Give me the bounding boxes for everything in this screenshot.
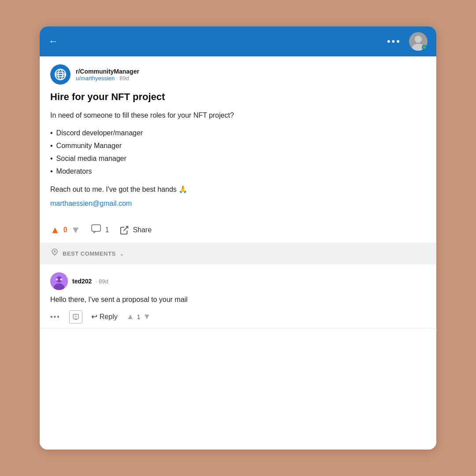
comment-more-options[interactable]: ••• (50, 313, 60, 321)
comment-user-info: ted202 · 89d (72, 277, 108, 285)
list-item: Moderators (50, 165, 426, 178)
downvote-button[interactable]: ▼ (71, 224, 81, 236)
post-author-line: u/marthyessien · 89d (76, 75, 139, 82)
post-time: · 89d (116, 75, 129, 82)
top-bar-right: ••• (387, 32, 428, 51)
comments-sort-bar[interactable]: BEST COMMENTS ⌄ (40, 243, 436, 264)
comment-count: 1 (105, 226, 109, 234)
post-list: Discord developer/manager Community Mana… (50, 127, 426, 178)
list-item: Social media manager (50, 152, 426, 165)
reply-icon: ↩ (91, 312, 97, 321)
user-avatar-container[interactable] (409, 32, 428, 51)
svg-rect-8 (92, 225, 100, 231)
svg-point-10 (54, 251, 55, 252)
subreddit-name[interactable]: r/CommunityManager (76, 68, 139, 75)
svg-rect-16 (73, 314, 78, 319)
list-item: Discord developer/manager (50, 127, 426, 140)
more-options-button[interactable]: ••• (387, 36, 401, 47)
svg-point-1 (415, 36, 422, 43)
svg-point-15 (60, 278, 63, 280)
post-header: r/CommunityManager u/marthyessien · 89d (40, 56, 436, 89)
comment-avatar (50, 272, 68, 290)
comment-vote-count: 1 (137, 313, 141, 320)
share-icon (119, 225, 129, 235)
comment-group[interactable]: 1 (91, 223, 109, 237)
post-content-area: r/CommunityManager u/marthyessien · 89d … (40, 56, 436, 450)
list-item: Community Manager (50, 140, 426, 152)
comment-add-button[interactable] (69, 310, 82, 324)
svg-point-14 (56, 278, 58, 280)
comment-item: ted202 · 89d Hello there, I've sent a pr… (40, 264, 436, 328)
share-group[interactable]: Share (119, 225, 152, 235)
comment-actions-bar: ••• ↩ Reply ▲ 1 ▼ (50, 310, 426, 324)
reply-label: Reply (100, 313, 118, 321)
post-meta: r/CommunityManager u/marthyessien · 89d (76, 68, 139, 82)
subreddit-icon[interactable] (50, 64, 71, 85)
app-frame: ← ••• (40, 26, 436, 450)
comment-header: ted202 · 89d (50, 272, 426, 290)
post-email-link[interactable]: marthaessien@gmail.com (50, 200, 426, 208)
upvote-button[interactable]: ▲ (50, 224, 60, 236)
vote-group: ▲ 0 ▼ (50, 224, 80, 236)
sort-label: BEST COMMENTS (63, 250, 116, 257)
online-indicator (422, 45, 427, 50)
reply-button[interactable]: ↩ Reply (91, 312, 118, 321)
comment-icon (91, 223, 101, 237)
comment-vote-group: ▲ 1 ▼ (126, 312, 151, 321)
post-outro: Reach out to me. I've got the best hands… (50, 184, 426, 195)
sort-chevron-icon[interactable]: ⌄ (119, 250, 124, 257)
post-actions-bar: ▲ 0 ▼ 1 Share (40, 220, 436, 243)
vote-count: 0 (63, 226, 67, 234)
post-author[interactable]: u/marthyessien (76, 75, 115, 82)
comment-upvote-button[interactable]: ▲ (126, 312, 134, 321)
comment-username[interactable]: ted202 (72, 278, 92, 285)
back-button[interactable]: ← (48, 36, 58, 47)
post-title: Hire for your NFT project (50, 91, 426, 104)
sort-icon (50, 248, 59, 259)
post-intro: In need of someone to fill these roles f… (50, 110, 426, 121)
top-bar-left: ← (48, 36, 58, 47)
comment-time: · 89d (96, 278, 108, 285)
comment-downvote-button[interactable]: ▼ (143, 312, 151, 321)
post-body-section: Hire for your NFT project In need of som… (40, 89, 436, 220)
share-label: Share (133, 226, 152, 234)
top-navigation-bar: ← ••• (40, 26, 436, 56)
comment-body: Hello there, I've sent a proposal to you… (50, 294, 426, 305)
